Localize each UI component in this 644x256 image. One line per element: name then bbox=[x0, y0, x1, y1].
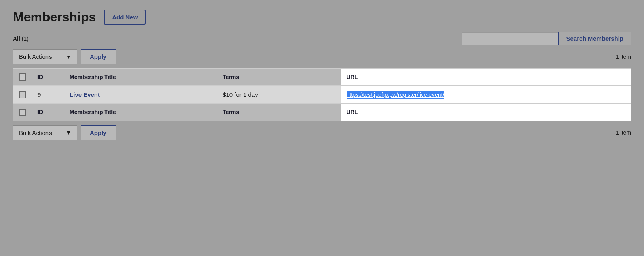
item-count-bottom: 1 item bbox=[616, 129, 631, 136]
all-filter-label[interactable]: All (1) bbox=[13, 35, 29, 42]
header-membership-title[interactable]: Membership Title bbox=[64, 69, 217, 86]
row-terms: $10 for 1 day bbox=[217, 86, 341, 104]
search-input[interactable] bbox=[462, 32, 558, 45]
table-footer-row: ID Membership Title Terms URL bbox=[13, 104, 631, 121]
header-terms[interactable]: Terms bbox=[217, 69, 341, 86]
footer-checkbox-col bbox=[13, 104, 32, 121]
membership-title-link[interactable]: Live Event bbox=[70, 91, 100, 98]
bulk-actions-dropdown-bottom[interactable]: Bulk Actions ▼ bbox=[13, 125, 77, 140]
bottom-toolbar-left: Bulk Actions ▼ Apply bbox=[13, 125, 116, 140]
apply-button-bottom[interactable]: Apply bbox=[80, 125, 116, 140]
membership-url-link[interactable]: https://test.joeftp.pw/register/live-eve… bbox=[347, 91, 444, 99]
footer-title-label[interactable]: Membership Title bbox=[64, 104, 217, 121]
dropdown-arrow-top: ▼ bbox=[66, 54, 71, 60]
row-title[interactable]: Live Event bbox=[64, 86, 217, 104]
footer-terms-label[interactable]: Terms bbox=[217, 104, 341, 121]
search-membership-button[interactable]: Search Membership bbox=[558, 32, 631, 45]
apply-button-top[interactable]: Apply bbox=[80, 49, 116, 64]
memberships-table-container: ID Membership Title Terms URL 9 Live Eve… bbox=[13, 68, 631, 121]
filter-row: All (1) Search Membership bbox=[13, 32, 631, 45]
dropdown-arrow-bottom: ▼ bbox=[66, 129, 71, 136]
row-url[interactable]: https://test.joeftp.pw/register/live-eve… bbox=[341, 86, 631, 104]
row-id: 9 bbox=[32, 86, 64, 104]
header-id[interactable]: ID bbox=[32, 69, 64, 86]
footer-checkbox[interactable] bbox=[19, 109, 26, 116]
page-title: Memberships bbox=[13, 10, 96, 25]
bulk-actions-label-bottom: Bulk Actions bbox=[19, 129, 52, 136]
top-toolbar: Bulk Actions ▼ Apply 1 item bbox=[13, 49, 631, 64]
filter-right: Search Membership bbox=[462, 32, 631, 45]
select-all-checkbox[interactable] bbox=[19, 73, 26, 81]
footer-url-label[interactable]: URL bbox=[341, 104, 631, 121]
bottom-toolbar: Bulk Actions ▼ Apply 1 item bbox=[13, 125, 631, 140]
filter-left: All (1) bbox=[13, 35, 29, 42]
header-url[interactable]: URL bbox=[341, 69, 631, 86]
row-checkbox[interactable] bbox=[19, 91, 26, 98]
header-checkbox-col bbox=[13, 69, 32, 86]
bulk-actions-label-top: Bulk Actions bbox=[19, 53, 52, 60]
footer-id-label[interactable]: ID bbox=[32, 104, 64, 121]
row-checkbox-col bbox=[13, 86, 32, 104]
table-row: 9 Live Event $10 for 1 day https://test.… bbox=[13, 86, 631, 104]
bulk-actions-dropdown-top[interactable]: Bulk Actions ▼ bbox=[13, 49, 77, 64]
memberships-table: ID Membership Title Terms URL 9 Live Eve… bbox=[13, 69, 631, 121]
table-header-row: ID Membership Title Terms URL bbox=[13, 69, 631, 86]
page-header: Memberships Add New bbox=[13, 10, 631, 25]
toolbar-left: Bulk Actions ▼ Apply bbox=[13, 49, 116, 64]
item-count-top: 1 item bbox=[616, 54, 631, 60]
add-new-button[interactable]: Add New bbox=[104, 10, 146, 25]
